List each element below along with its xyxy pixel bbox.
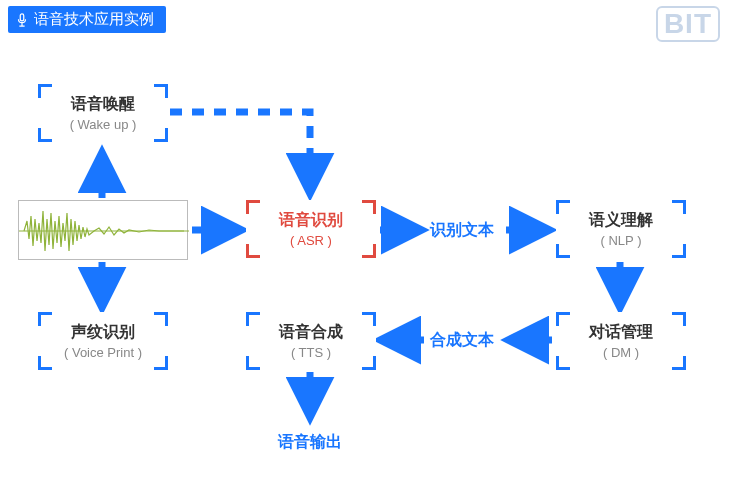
header-title: 语音技术应用实例 [34, 10, 154, 29]
audio-waveform [18, 200, 188, 260]
node-wakeup: 语音唤醒 ( Wake up ) [38, 84, 168, 142]
dm-label-cn: 对话管理 [589, 322, 653, 343]
node-nlp: 语义理解 ( NLP ) [556, 200, 686, 258]
label-synth-text: 合成文本 [430, 330, 494, 351]
tts-label-cn: 语音合成 [279, 322, 343, 343]
voiceprint-label-en: ( Voice Print ) [64, 345, 142, 360]
wakeup-label-en: ( Wake up ) [70, 117, 137, 132]
node-dm: 对话管理 ( DM ) [556, 312, 686, 370]
asr-label-en: ( ASR ) [290, 233, 332, 248]
tts-label-en: ( TTS ) [291, 345, 331, 360]
asr-label-cn: 语音识别 [279, 210, 343, 231]
dm-label-en: ( DM ) [603, 345, 639, 360]
wakeup-label-cn: 语音唤醒 [71, 94, 135, 115]
logo: BIT [656, 6, 720, 42]
nlp-label-en: ( NLP ) [601, 233, 642, 248]
node-tts: 语音合成 ( TTS ) [246, 312, 376, 370]
label-recognize-text: 识别文本 [430, 220, 494, 241]
voiceprint-label-cn: 声纹识别 [71, 322, 135, 343]
node-voiceprint: 声纹识别 ( Voice Print ) [38, 312, 168, 370]
header-tag: 语音技术应用实例 [8, 6, 166, 33]
svg-rect-0 [20, 13, 24, 20]
mic-icon [16, 13, 28, 27]
nlp-label-cn: 语义理解 [589, 210, 653, 231]
node-asr: 语音识别 ( ASR ) [246, 200, 376, 258]
label-voice-output: 语音输出 [278, 432, 342, 453]
